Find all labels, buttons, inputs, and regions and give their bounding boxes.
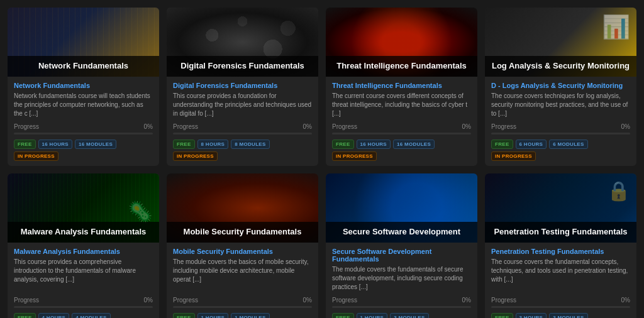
card-description-threat: The current course covers different conc… <box>332 92 471 118</box>
card-course-title-network[interactable]: Network Fundamentals <box>14 82 153 89</box>
card-body-pentest: Penetration Testing Fundamentals The cou… <box>485 243 636 318</box>
card-thumbnail-malware: 🦠 Malware Analysis Fundamentals <box>8 173 159 243</box>
card-course-title-pentest[interactable]: Penetration Testing Fundamentals <box>491 248 630 255</box>
progress-pct-pentest: 0% <box>621 297 630 304</box>
card-description-mobile: The module covers the basics of mobile s… <box>173 258 312 292</box>
tags-forensics: FREE 8 HOURS 8 MODULES IN PROGRESS <box>173 140 312 161</box>
tag-hours-malware: 4 HOURS <box>38 313 70 318</box>
progress-bar-bg-secure <box>332 306 471 308</box>
card-body-mobile: Mobile Security Fundamentals The module … <box>167 243 318 318</box>
card-thumbnail-logs: 📊 Log Analysis & Security Monitoring <box>485 8 636 77</box>
course-card-malware[interactable]: 🦠 Malware Analysis Fundamentals Malware … <box>8 173 159 318</box>
tag-free-forensics: FREE <box>173 140 195 149</box>
card-description-malware: This course provides a comprehensive int… <box>14 258 153 292</box>
progress-pct-mobile: 0% <box>303 297 312 304</box>
progress-section-threat: Progress 0% <box>332 123 471 134</box>
tags-network: FREE 16 HOURS 16 MODULES IN PROGRESS <box>14 140 153 161</box>
progress-pct-forensics: 0% <box>303 123 312 130</box>
card-course-title-secure[interactable]: Secure Software Development Fundamentals <box>332 248 471 263</box>
card-description-logs: The course covers techniques for log ana… <box>491 92 630 118</box>
tag-hours-network: 16 HOURS <box>38 140 72 149</box>
tag-free-pentest: FREE <box>491 313 513 318</box>
tag-hours-secure: 1 HOURS <box>357 313 388 318</box>
card-thumbnail-threat: Threat Intelligence Fundamentals <box>326 8 477 77</box>
card-thumb-title-malware: Malware Analysis Fundamentals <box>8 222 159 243</box>
card-thumbnail-secure: Secure Software Development <box>326 173 477 243</box>
card-course-title-mobile[interactable]: Mobile Security Fundamentals <box>173 248 312 255</box>
progress-label-forensics: Progress <box>173 123 198 130</box>
card-course-title-threat[interactable]: Threat Intelligence Fundamentals <box>332 82 471 89</box>
card-course-title-forensics[interactable]: Digital Forensics Fundamentals <box>173 82 312 89</box>
progress-section-logs: Progress 0% <box>491 123 630 134</box>
card-thumbnail-network: Network Fundamentals <box>8 8 159 77</box>
course-card-logs[interactable]: 📊 Log Analysis & Security Monitoring D -… <box>485 8 636 166</box>
tag-free-network: FREE <box>14 140 36 149</box>
card-thumbnail-mobile: Mobile Security Fundamentals <box>167 173 318 243</box>
tags-pentest: FREE 3 HOURS 3 MODULES IN PROGRESS <box>491 313 630 318</box>
tag-modules-threat: 16 MODULES <box>393 140 435 149</box>
tag-modules-logs: 6 MODULES <box>549 140 587 149</box>
progress-bar-bg-network <box>14 133 153 134</box>
progress-section-network: Progress 0% <box>14 123 153 134</box>
card-course-title-malware[interactable]: Malware Analysis Fundamentals <box>14 248 153 255</box>
tags-secure: FREE 1 HOURS 3 MODULES IN PROGRESS <box>332 313 471 318</box>
progress-pct-network: 0% <box>144 123 153 130</box>
tag-hours-threat: 16 HOURS <box>357 140 391 149</box>
card-body-malware: Malware Analysis Fundamentals This cours… <box>8 243 159 318</box>
tag-modules-mobile: 1 MODULES <box>231 313 269 318</box>
progress-bar-bg-malware <box>14 306 153 308</box>
progress-pct-logs: 0% <box>621 123 630 130</box>
thumb-icon-pentest: 🔒 <box>607 180 630 202</box>
progress-label-secure: Progress <box>332 297 357 304</box>
tags-logs: FREE 6 HOURS 6 MODULES IN PROGRESS <box>491 140 630 161</box>
progress-pct-malware: 0% <box>144 297 153 304</box>
course-card-pentest[interactable]: 🔒 Penetration Testing Fundamentals Penet… <box>485 173 636 318</box>
card-body-threat: Threat Intelligence Fundamentals The cur… <box>326 77 477 166</box>
card-course-title-logs[interactable]: D - Logs Analysis & Security Monitoring <box>491 82 630 89</box>
card-thumb-title-network: Network Fundamentals <box>8 56 159 77</box>
progress-label-logs: Progress <box>491 123 516 130</box>
card-thumbnail-pentest: 🔒 Penetration Testing Fundamentals <box>485 173 636 243</box>
progress-section-secure: Progress 0% <box>332 297 471 308</box>
tag-modules-malware: 4 MODULES <box>72 313 110 318</box>
tags-mobile: FREE 1 HOURS 1 MODULES IN PROGRESS <box>173 313 312 318</box>
card-description-forensics: This course provides a foundation for un… <box>173 92 312 118</box>
card-body-network: Network Fundamentals Network fundamental… <box>8 77 159 166</box>
card-thumb-title-mobile: Mobile Security Fundamentals <box>167 222 318 243</box>
tag-inprogress-forensics: IN PROGRESS <box>173 151 218 161</box>
course-card-secure[interactable]: Secure Software Development Secure Softw… <box>326 173 477 318</box>
progress-bar-bg-forensics <box>173 133 312 134</box>
tag-hours-mobile: 1 HOURS <box>197 313 229 318</box>
progress-bar-bg-threat <box>332 133 471 134</box>
card-description-network: Network fundamentals course will teach s… <box>14 92 153 118</box>
tag-inprogress-network: IN PROGRESS <box>14 151 58 161</box>
progress-bar-bg-mobile <box>173 306 312 308</box>
progress-pct-secure: 0% <box>462 297 471 304</box>
card-body-logs: D - Logs Analysis & Security Monitoring … <box>485 77 636 166</box>
progress-bar-bg-logs <box>491 133 630 134</box>
progress-section-malware: Progress 0% <box>14 297 153 308</box>
tag-modules-network: 16 MODULES <box>75 140 116 149</box>
progress-pct-threat: 0% <box>462 123 471 130</box>
card-description-pentest: The course covers the fundamental concep… <box>491 258 630 292</box>
tag-hours-logs: 6 HOURS <box>516 140 547 149</box>
card-body-secure: Secure Software Development Fundamentals… <box>326 243 477 318</box>
tag-free-threat: FREE <box>332 140 354 149</box>
tags-threat: FREE 16 HOURS 16 MODULES IN PROGRESS <box>332 140 471 161</box>
course-card-mobile[interactable]: Mobile Security Fundamentals Mobile Secu… <box>167 173 318 318</box>
progress-section-forensics: Progress 0% <box>173 123 312 134</box>
tag-inprogress-threat: IN PROGRESS <box>332 151 377 161</box>
tag-free-secure: FREE <box>332 313 354 318</box>
course-card-threat[interactable]: Threat Intelligence Fundamentals Threat … <box>326 8 477 166</box>
tag-inprogress-logs: IN PROGRESS <box>491 151 536 161</box>
progress-label-mobile: Progress <box>173 297 198 304</box>
progress-label-pentest: Progress <box>491 297 516 304</box>
course-card-forensics[interactable]: Digital Forensics Fundamentals Digital F… <box>167 8 318 166</box>
course-grid: Network Fundamentals Network Fundamental… <box>0 0 644 318</box>
card-thumb-title-pentest: Penetration Testing Fundamentals <box>485 222 636 243</box>
card-thumb-title-forensics: Digital Forensics Fundamentals <box>167 56 318 77</box>
tag-hours-pentest: 3 HOURS <box>516 313 547 318</box>
card-thumbnail-forensics: Digital Forensics Fundamentals <box>167 8 318 77</box>
progress-section-mobile: Progress 0% <box>173 297 312 308</box>
course-card-network[interactable]: Network Fundamentals Network Fundamental… <box>8 8 159 166</box>
